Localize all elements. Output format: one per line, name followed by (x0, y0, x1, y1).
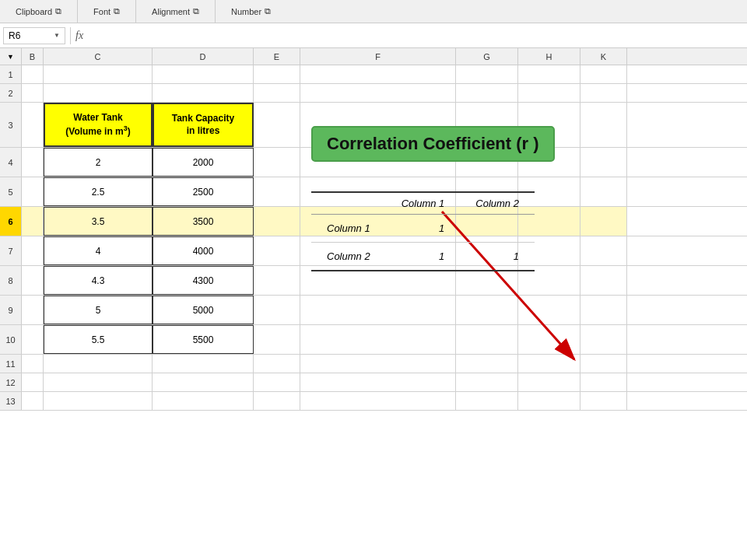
cell-g8[interactable] (456, 266, 518, 295)
cell-d13[interactable] (153, 392, 254, 410)
cell-h12[interactable] (518, 373, 580, 391)
cell-g5[interactable] (456, 177, 518, 206)
cell-g7[interactable] (456, 236, 518, 265)
cell-e2[interactable] (254, 84, 300, 102)
name-box[interactable]: R6 ▼ (3, 27, 65, 44)
cell-f4[interactable] (300, 148, 456, 177)
cell-h13[interactable] (518, 392, 580, 410)
cell-c6[interactable]: 3.5 (44, 207, 153, 236)
cell-c3-header[interactable]: Water Tank(Volume in m3) (44, 103, 153, 147)
cell-c1[interactable] (44, 65, 153, 83)
cell-b13[interactable] (22, 392, 44, 410)
col-header-c[interactable]: C (44, 48, 153, 65)
cell-d3-header[interactable]: Tank Capacityin litres (153, 103, 254, 147)
cell-k3[interactable] (580, 103, 627, 147)
cell-c2[interactable] (44, 84, 153, 102)
cell-g4[interactable] (456, 148, 518, 177)
cell-g11[interactable] (456, 355, 518, 373)
col-header-e[interactable]: E (254, 48, 300, 65)
cell-f13[interactable] (300, 392, 456, 410)
cell-k7[interactable] (580, 236, 627, 265)
cell-h2[interactable] (518, 84, 580, 102)
cell-d2[interactable] (153, 84, 254, 102)
col-header-k[interactable]: K (580, 48, 627, 65)
cell-b12[interactable] (22, 373, 44, 391)
cell-f6[interactable] (300, 207, 456, 236)
cell-k6[interactable] (580, 207, 627, 236)
cell-f7[interactable] (300, 236, 456, 265)
cell-b8[interactable] (22, 266, 44, 295)
cell-f5[interactable] (300, 177, 456, 206)
cell-k11[interactable] (580, 355, 627, 373)
cell-c4[interactable]: 2 (44, 148, 153, 177)
name-box-dropdown-icon[interactable]: ▼ (54, 32, 60, 39)
cell-h6[interactable] (518, 207, 580, 236)
cell-b11[interactable] (22, 355, 44, 373)
col-header-f[interactable]: F (300, 48, 456, 65)
cell-h5[interactable] (518, 177, 580, 206)
cell-h11[interactable] (518, 355, 580, 373)
cell-c12[interactable] (44, 373, 153, 391)
cell-c8[interactable]: 4.3 (44, 266, 153, 295)
cell-k12[interactable] (580, 373, 627, 391)
cell-d7[interactable]: 4000 (153, 236, 254, 265)
cell-c5[interactable]: 2.5 (44, 177, 153, 206)
cell-g1[interactable] (456, 65, 518, 83)
cell-f8[interactable] (300, 266, 456, 295)
cell-c9[interactable]: 5 (44, 296, 153, 324)
cell-f11[interactable] (300, 355, 456, 373)
cell-e6[interactable] (254, 207, 300, 236)
cell-e10[interactable] (254, 325, 300, 354)
cell-k1[interactable] (580, 65, 627, 83)
cell-d6[interactable]: 3500 (153, 207, 254, 236)
cell-e11[interactable] (254, 355, 300, 373)
cell-g6[interactable] (456, 207, 518, 236)
cell-k4[interactable] (580, 148, 627, 177)
cell-f10[interactable] (300, 325, 456, 354)
cell-e9[interactable] (254, 296, 300, 324)
cell-e8[interactable] (254, 266, 300, 295)
cell-e13[interactable] (254, 392, 300, 410)
cell-c13[interactable] (44, 392, 153, 410)
cell-g9[interactable] (456, 296, 518, 324)
cell-b7[interactable] (22, 236, 44, 265)
cell-b10[interactable] (22, 325, 44, 354)
cell-g13[interactable] (456, 392, 518, 410)
cell-f1[interactable] (300, 65, 456, 83)
cell-d1[interactable] (153, 65, 254, 83)
cell-c11[interactable] (44, 355, 153, 373)
cell-f3[interactable] (300, 103, 456, 147)
cell-e7[interactable] (254, 236, 300, 265)
cell-c7[interactable]: 4 (44, 236, 153, 265)
cell-k9[interactable] (580, 296, 627, 324)
cell-e12[interactable] (254, 373, 300, 391)
cell-d10[interactable]: 5500 (153, 325, 254, 354)
cell-g12[interactable] (456, 373, 518, 391)
cell-e1[interactable] (254, 65, 300, 83)
cell-b4[interactable] (22, 148, 44, 177)
cell-e3[interactable] (254, 103, 300, 147)
cell-h1[interactable] (518, 65, 580, 83)
col-header-d[interactable]: D (153, 48, 254, 65)
cell-g3[interactable] (456, 103, 518, 147)
col-header-h[interactable]: H (518, 48, 580, 65)
cell-h3[interactable] (518, 103, 580, 147)
cell-f2[interactable] (300, 84, 456, 102)
cell-b9[interactable] (22, 296, 44, 324)
cell-h10[interactable] (518, 325, 580, 354)
select-all-icon[interactable]: ▼ (7, 53, 14, 61)
cell-h9[interactable] (518, 296, 580, 324)
cell-h8[interactable] (518, 266, 580, 295)
cell-h4[interactable] (518, 148, 580, 177)
cell-e5[interactable] (254, 177, 300, 206)
cell-b6[interactable] (22, 207, 44, 236)
col-header-g[interactable]: G (456, 48, 518, 65)
cell-e4[interactable] (254, 148, 300, 177)
cell-f9[interactable] (300, 296, 456, 324)
cell-d4[interactable]: 2000 (153, 148, 254, 177)
cell-k10[interactable] (580, 325, 627, 354)
cell-b1[interactable] (22, 65, 44, 83)
cell-g10[interactable] (456, 325, 518, 354)
cell-b2[interactable] (22, 84, 44, 102)
cell-b5[interactable] (22, 177, 44, 206)
